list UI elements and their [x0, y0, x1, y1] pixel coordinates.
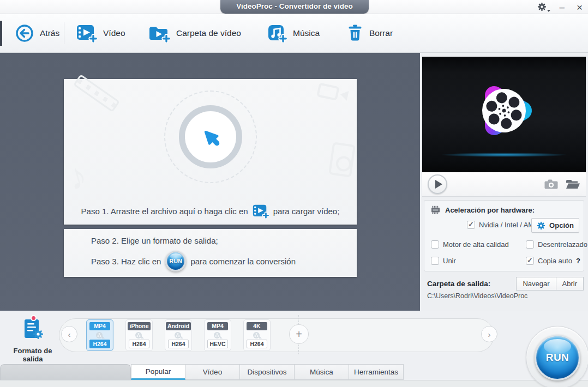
- settings-gear-icon[interactable]: [537, 2, 547, 12]
- output-format-icon: [20, 316, 45, 342]
- drop-stage: ♪: [0, 53, 420, 311]
- option-button[interactable]: Opción: [531, 218, 579, 233]
- window-title: VideoProc - Convertidor de vídeo: [220, 0, 369, 14]
- watermark-music-note-icon: ♪: [63, 154, 92, 198]
- preset-codec-badge: H264: [168, 340, 189, 348]
- add-music-label: Música: [293, 28, 320, 38]
- videoproc-window: VideoProc - Convertidor de vídeo – ×: [0, 0, 588, 387]
- film-reel-icon: [174, 331, 183, 339]
- category-tab[interactable]: Popular: [131, 364, 185, 380]
- main-toolbar: Atrás Vídeo: [0, 14, 588, 53]
- film-reel-icon: [213, 331, 223, 339]
- category-tabs: Popular Vídeo Dispositivos Música Herram…: [131, 364, 404, 380]
- format-preset[interactable]: MP4 HEVC: [204, 319, 231, 351]
- open-button[interactable]: Abrir: [556, 277, 584, 291]
- hardware-acceleration-panel: Aceleración por hardware: Nvidia / Intel…: [424, 200, 584, 271]
- film-reel-icon: [135, 331, 144, 339]
- output-format-panel[interactable]: Formato de salida: [4, 316, 61, 363]
- category-tab[interactable]: Herramientas: [349, 364, 404, 380]
- output-folder-section: Carpeta de salida: Navegar Abrir C:\User…: [420, 274, 588, 306]
- delete-label: Borrar: [369, 28, 393, 38]
- preset-codec-badge: HEVC: [207, 340, 228, 348]
- merge-label: Unir: [443, 257, 456, 265]
- chip-icon: [430, 205, 441, 214]
- trash-icon: [347, 24, 363, 42]
- step3-text-suffix: para comenzar la conversión: [190, 257, 296, 266]
- run-mini-label: RUN: [170, 258, 183, 264]
- settings-caret-icon: [547, 10, 550, 12]
- back-icon: [15, 24, 34, 43]
- minimize-button[interactable]: –: [559, 3, 564, 12]
- auto-copy-help-icon[interactable]: ?: [576, 257, 580, 265]
- browse-button[interactable]: Navegar: [516, 277, 556, 291]
- step3-text-prefix: Paso 3. Haz clic en: [91, 257, 161, 266]
- format-preset[interactable]: 4K H264: [243, 319, 271, 351]
- auto-copy-checkbox[interactable]: [526, 257, 534, 265]
- category-tab[interactable]: Vídeo: [185, 364, 240, 380]
- auto-copy-label: Copia auto: [538, 257, 572, 265]
- format-preset[interactable]: iPhone H264: [125, 319, 153, 351]
- delete-button[interactable]: Borrar: [347, 14, 393, 52]
- run-button[interactable]: RUN: [535, 335, 580, 380]
- high-quality-label: Motor de alta calidad: [443, 240, 509, 249]
- option-label: Opción: [549, 221, 574, 229]
- format-preset[interactable]: Android H264: [165, 319, 192, 351]
- step1-text-prefix: Paso 1. Arrastre el archivo aquí o haga …: [81, 207, 248, 216]
- tab-label: Vídeo: [203, 368, 222, 376]
- side-panel: Aceleración por hardware: Nvidia / Intel…: [420, 53, 588, 311]
- preset-list: MP4 H264 iPhone H264 Android: [86, 319, 271, 351]
- gpu-label: Nvidia / Intel / AMD: [479, 221, 539, 229]
- video-preview: [422, 57, 586, 172]
- tabs-left-filler: [0, 364, 131, 380]
- watermark-filmstrip-icon: [73, 74, 120, 112]
- watermark-ipod-icon: [328, 142, 356, 177]
- preset-codec-badge: H264: [247, 340, 267, 348]
- add-video-folder-button[interactable]: Carpeta de vídeo: [148, 14, 241, 52]
- preset-format-badge: MP4: [89, 322, 110, 330]
- preset-format-badge: 4K: [247, 322, 267, 330]
- add-preset-button[interactable]: +: [289, 324, 309, 344]
- back-button[interactable]: Atrás: [15, 14, 59, 52]
- preset-format-badge: Android: [166, 322, 191, 330]
- category-tab[interactable]: Dispositivos: [240, 364, 295, 380]
- preset-format-badge: MP4: [207, 322, 228, 330]
- deinterlace-checkbox[interactable]: [526, 240, 534, 249]
- snapshot-camera-icon[interactable]: [544, 179, 558, 189]
- video-folder-icon: [148, 24, 170, 43]
- film-reel-icon: [253, 331, 262, 339]
- add-music-button[interactable]: Música: [267, 14, 320, 52]
- inline-add-video-icon[interactable]: [253, 204, 269, 219]
- toolbar-edge-accent: [0, 21, 2, 46]
- hardware-title: Aceleración por hardware:: [445, 206, 535, 214]
- gpu-checkbox[interactable]: [467, 221, 475, 229]
- tab-label: Popular: [146, 367, 171, 376]
- drop-zone[interactable]: ♪: [64, 79, 357, 225]
- bottom-strip: [0, 380, 588, 387]
- step2-text: Paso 2. Elige un formato de salida;: [91, 236, 218, 245]
- step1-text-suffix: para cargar vídeo;: [273, 207, 340, 216]
- high-quality-checkbox[interactable]: [431, 240, 439, 249]
- drop-target-ring[interactable]: [179, 105, 242, 168]
- cursor-arrow-icon: [201, 127, 220, 147]
- format-preset[interactable]: MP4 H264: [86, 319, 113, 351]
- play-button[interactable]: [428, 174, 447, 194]
- add-video-icon: [76, 24, 97, 43]
- close-button[interactable]: ×: [577, 2, 583, 13]
- run-button-label: RUN: [546, 352, 569, 364]
- presets-scroll-left-button[interactable]: ‹: [61, 326, 77, 342]
- tab-label: Música: [310, 368, 333, 376]
- presets-scroll-right-button[interactable]: ›: [481, 326, 497, 342]
- add-video-label: Vídeo: [103, 28, 125, 38]
- preset-format-badge: iPhone: [128, 322, 150, 330]
- output-folder-label: Carpeta de salida:: [427, 280, 490, 288]
- play-icon: [435, 180, 442, 189]
- videoproc-logo: [463, 75, 545, 146]
- category-tab[interactable]: Música: [295, 364, 349, 380]
- add-video-button[interactable]: Vídeo: [76, 14, 125, 52]
- merge-checkbox[interactable]: [431, 257, 439, 265]
- tab-label: Dispositivos: [247, 368, 286, 376]
- notification-dot: [31, 315, 37, 321]
- steps-panel: Paso 2. Elige un formato de salida; Paso…: [64, 229, 357, 277]
- open-folder-icon[interactable]: [566, 179, 580, 189]
- logo-glow: [442, 153, 566, 157]
